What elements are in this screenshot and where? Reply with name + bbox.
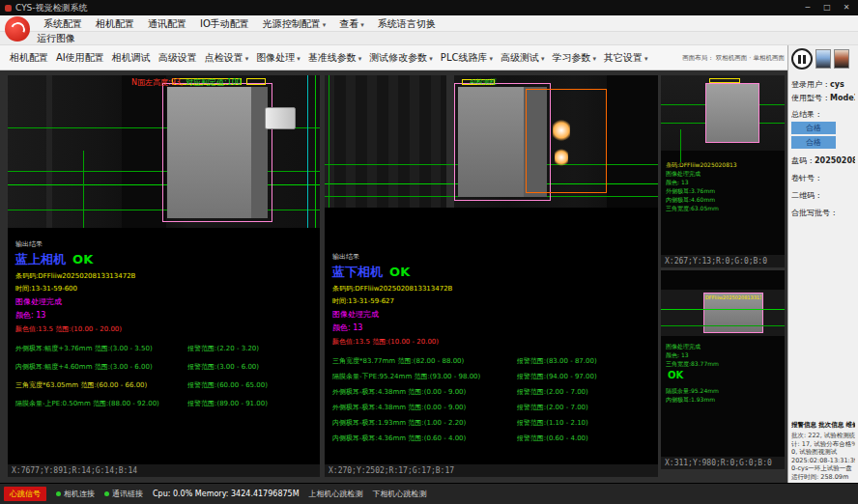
dropdown-arrow-icon: ▾ (245, 55, 249, 63)
barcode-text: 条码码:DFFliiw2025020813313472B (332, 284, 650, 294)
minimize-button[interactable]: ─ (798, 0, 817, 15)
measure-row: 内侧极耳-极耳:4.36mm 范围:(0.60 - 4.00)报警范围:(0.6… (332, 434, 650, 443)
toolbar-item-8[interactable]: PLC线路库▾ (437, 51, 497, 65)
field-label: 盘码： (791, 156, 815, 165)
alarm-range-text: 报警范围:(2.20 - 3.20) (187, 344, 312, 353)
toolbar-item-11[interactable]: 其它设置▾ (600, 51, 652, 65)
sidebar-field-1: 卷针号： (791, 173, 855, 183)
overlay-line-green (315, 75, 316, 228)
status-bar: 心跳信号 相机连接 通讯链接 Cpu: 0.0% Memory: 3424.41… (0, 483, 858, 504)
heartbeat-button[interactable]: 心跳信号 (4, 487, 46, 501)
toolbar-item-10[interactable]: 学习参数▾ (548, 51, 600, 65)
machine-edge (446, 75, 454, 208)
menu-item-4[interactable]: 光源控制配置▾ (256, 17, 333, 31)
stats-lines: 批次: 222, 试验检测统计计: 17, 试验分布合格%0, 试验图视测试20… (791, 432, 855, 481)
barcode-text: 条码码:DFFliiw2025020813313472B (15, 271, 312, 281)
overlay-roi-orange (526, 89, 607, 193)
overlay-measure-red: N面左高度:93, (131, 78, 183, 87)
menu-item-0[interactable]: 系统配置 (37, 17, 89, 31)
preview-result-lines: 隔膜余量:95.24mm内侧极耳:1.93mm (666, 386, 719, 404)
toolbar-items: 相机配置AI使用配置相机调试高级设置点检设置▾图像处理▾基准线参数▾测试修改参数… (6, 51, 652, 65)
sidebar-field-2: 二维码： (791, 190, 855, 201)
sidebar-fields: 盘码：20250208卷针号：二维码：合批写批号： (791, 149, 855, 218)
measurement-text: 内侧极耳-极耳:4.36mm 范围:(0.60 - 4.00) (332, 434, 517, 443)
part-surface (705, 83, 759, 143)
stat-line-5: 运行时间: 258.09m (791, 473, 855, 482)
toolbar-item-1[interactable]: AI使用配置 (52, 51, 108, 65)
menu-item-6[interactable]: 系统语言切换 (371, 17, 443, 31)
menu-item-1[interactable]: 相机配置 (89, 17, 141, 31)
tab-run-image[interactable]: 运行图像 (37, 32, 75, 45)
toolbar-item-9[interactable]: 高级测试▾ (497, 51, 549, 65)
preview-result-line: 外侧极耳:3.76mm (666, 186, 737, 195)
camera-thumb-button-1[interactable] (815, 49, 831, 69)
toolbar-item-4[interactable]: 点检设置▾ (201, 51, 253, 65)
alarm-range-text: 报警范围:(83.00 - 87.00) (517, 356, 650, 366)
preview-image-bottom[interactable]: DFFliiw2025020813313472B 图像处理完成颜色: 13三角宽… (661, 270, 785, 457)
toolbar-item-0[interactable]: 相机配置 (6, 51, 52, 65)
pixel-coords-upper: X:7677;Y:891;R:14;G:14;B:14 (8, 464, 320, 477)
toolbar-item-6[interactable]: 基准线参数▾ (304, 51, 366, 65)
camera-name: 蓝上相机 (15, 251, 66, 268)
result-panel-upper: 输出结果 蓝上相机 OK 条码码:DFFliiw2025020813313472… (8, 228, 320, 423)
view-layout-caption: 画面布局： 双相机画面 · 单相机画面 (682, 54, 785, 63)
stat-line-3: 2025:02:08-13:31:39:45 (791, 457, 855, 465)
login-user-value: cys (830, 80, 844, 89)
dropdown-arrow-icon: ▾ (541, 55, 545, 63)
comm-link-label: 通讯链接 (112, 490, 143, 498)
status-text: 图像处理完成 (332, 309, 650, 320)
maximize-button[interactable]: □ (817, 0, 837, 15)
overlay-line-green (661, 325, 785, 326)
preview-result-line: 隔膜余量:95.24mm (666, 386, 719, 395)
result-ok-badge: OK (389, 265, 410, 279)
machine-shadow (607, 75, 658, 208)
measure-row: 外侧极耳:幅度+3.76mm 范围:(3.00 - 3.50)报警范围:(2.2… (15, 344, 312, 353)
time-text: 时间:13-31-59-627 (332, 296, 650, 306)
measurement-text: 隔膜余量-下PE:95.24mm 范围:(93.00 - 98.00) (332, 372, 517, 381)
camera-link-label: 相机连接 (64, 490, 95, 498)
alarm-range-text: 报警范围:(2.00 - 7.00) (517, 403, 650, 412)
menu-item-2[interactable]: 通讯配置 (141, 17, 193, 31)
reflective-spot (555, 149, 568, 166)
camera-image-lower[interactable]: AI检测框 (325, 75, 658, 208)
menu-item-3[interactable]: IO手动配置 (193, 17, 256, 31)
overlay-line-green (329, 75, 329, 208)
measurement-rows: 三角宽度*83.77mm 范围:(82.00 - 88.00)报警范围:(83.… (332, 356, 650, 443)
result-title-row: 蓝下相机 OK (332, 262, 650, 281)
reflective-spot (553, 120, 570, 141)
alarm-range-text: 报警范围:(1.10 - 2.10) (517, 418, 650, 428)
titlebar: CYS-视觉检测系统 ─ □ ✕ (0, 0, 858, 15)
pause-button[interactable] (791, 48, 813, 70)
model-row: 使用型号：Mode11 (791, 93, 855, 103)
toolbar-item-7[interactable]: 测试修改参数▾ (365, 51, 437, 65)
toolbar-item-2[interactable]: 相机调试 (108, 51, 155, 65)
preview-result-lines: 图像处理完成颜色: 13三角宽度:83.77mm (666, 342, 719, 368)
close-button[interactable]: ✕ (837, 0, 856, 15)
model-value: Mode11 (830, 94, 855, 102)
preview-result-line: 图像处理完成 (666, 169, 737, 178)
preview-result-line: 内侧极耳:1.93mm (666, 395, 719, 404)
alarm-range-text: 报警范围:(3.00 - 6.00) (187, 362, 312, 372)
overlay-line-green (661, 309, 785, 310)
stat-line-1: 计: 17, 试验分布合格% (791, 440, 855, 449)
camera-panel-lower: AI检测框 输出结果 蓝下相机 OK 条码码:DFFliiw2025020813… (325, 75, 658, 464)
camera-image-upper[interactable]: N面左高度:93, 对应判定值:100 (8, 75, 320, 228)
machine-texture (325, 75, 446, 208)
preview-result-line: 图像处理完成 (666, 342, 719, 350)
sidebar-field-3: 合批写批号： (791, 208, 855, 218)
total-result-box-1: 合格 (791, 136, 836, 149)
dropdown-arrow-icon: ▾ (592, 55, 596, 63)
menu-item-5[interactable]: 查看▾ (332, 17, 371, 31)
toolbar-item-5[interactable]: 图像处理▾ (252, 51, 304, 65)
field-value: 20250208 (815, 156, 855, 165)
overlay-line-green (680, 129, 681, 162)
overlay-measure-label: N面左高度:93, 对应判定值:100 (131, 77, 242, 88)
stat-line-0: 批次: 222, 试验检测统计 (791, 432, 855, 440)
preview-image-top[interactable]: 条码:DFFliiw2025020813图像处理完成颜色: 13外侧极耳:3.7… (661, 75, 785, 255)
measurement-text: 外侧极耳:幅度+3.76mm 范围:(3.00 - 3.50) (15, 344, 187, 353)
toolbar-item-3[interactable]: 高级设置 (155, 51, 201, 65)
camera-panel-upper: N面左高度:93, 对应判定值:100 输出结果 蓝上相机 OK 条码码:DFF… (8, 75, 320, 464)
measure-row: 三角宽度*83.77mm 范围:(82.00 - 88.00)报警范围:(83.… (332, 356, 650, 366)
time-text: 时间:13-31-59-600 (15, 284, 312, 294)
camera-thumb-button-2[interactable] (834, 49, 849, 69)
